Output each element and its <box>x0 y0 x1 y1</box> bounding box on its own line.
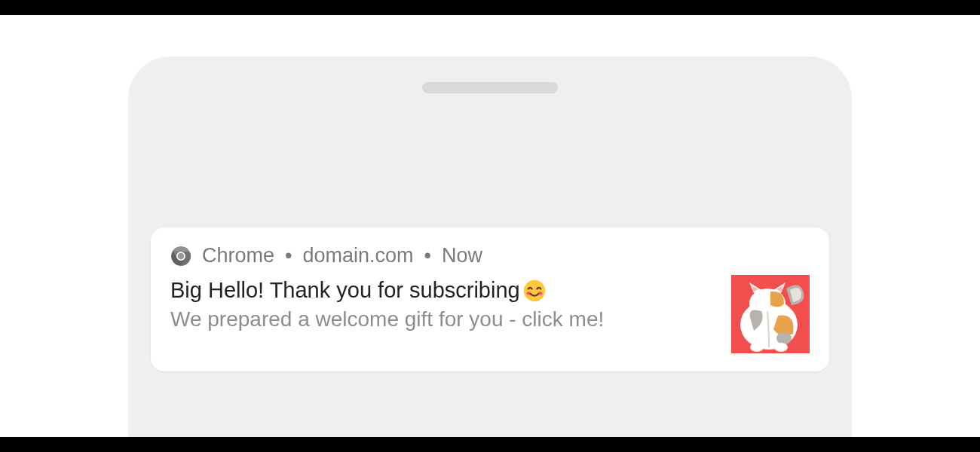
notification-message: We prepared a welcome gift for you - cli… <box>170 307 713 331</box>
notification-image <box>731 275 810 353</box>
separator-dot: • <box>424 244 431 267</box>
notification-domain: domain.com <box>302 244 413 267</box>
svg-point-12 <box>750 343 764 352</box>
notification-time: Now <box>442 244 482 267</box>
phone-speaker <box>422 82 558 93</box>
notification-header: Chrome • domain.com • Now <box>170 244 810 267</box>
push-notification[interactable]: Chrome • domain.com • Now Big Hello! Tha… <box>151 228 829 371</box>
svg-point-5 <box>524 279 545 301</box>
notification-title: Big Hello! Thank you for subscribing <box>170 278 520 303</box>
notification-title-row: Big Hello! Thank you for subscribing <box>170 278 713 303</box>
svg-point-4 <box>178 252 185 259</box>
phone-mockup: Chrome • domain.com • Now Big Hello! Tha… <box>128 56 852 437</box>
blush-emoji-icon <box>523 279 546 302</box>
stage: Chrome • domain.com • Now Big Hello! Tha… <box>0 15 980 437</box>
notification-body: Big Hello! Thank you for subscribing <box>170 278 810 353</box>
separator-dot: • <box>285 244 292 267</box>
svg-point-13 <box>774 343 788 352</box>
svg-point-11 <box>776 332 792 344</box>
notification-app: Chrome <box>202 244 274 267</box>
chrome-icon <box>170 246 191 267</box>
notification-text: Big Hello! Thank you for subscribing <box>170 278 713 331</box>
